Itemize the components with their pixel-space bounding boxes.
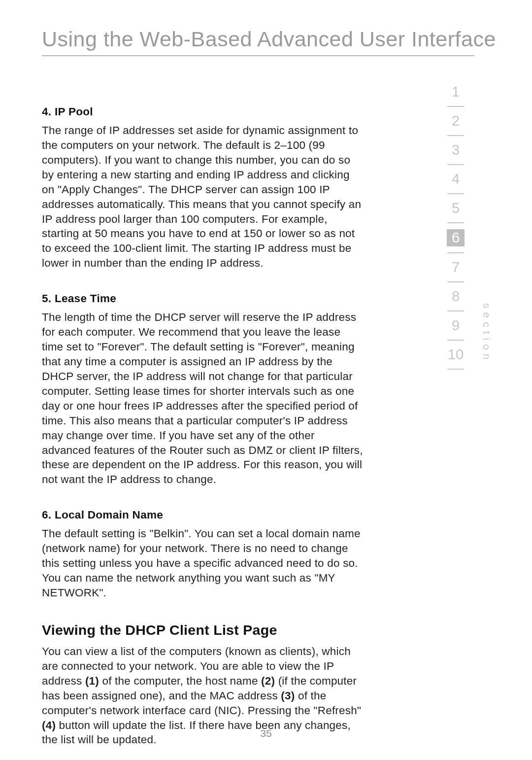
- body-lease-time: The length of time the DHCP server will …: [42, 310, 365, 487]
- section-nav-item-7[interactable]: 7: [447, 259, 465, 276]
- section-nav-item-6-active[interactable]: 6: [447, 229, 465, 246]
- dhcp-ref-2: (2): [261, 675, 275, 687]
- heading-ip-pool: 4. IP Pool: [42, 105, 365, 118]
- nav-separator: [447, 222, 464, 223]
- section-nav-col: 1 2 3 4 5 6 7 8 9 10: [441, 84, 470, 370]
- section-nav-item-3[interactable]: 3: [447, 142, 465, 158]
- nav-separator: [447, 281, 464, 282]
- body-ip-pool: The range of IP addresses set aside for …: [42, 123, 365, 271]
- section-nav-item-5[interactable]: 5: [447, 200, 465, 216]
- heading-lease-time: 5. Lease Time: [42, 292, 365, 305]
- dhcp-ref-3: (3): [281, 690, 295, 702]
- content-area: 4. IP Pool The range of IP addresses set…: [0, 56, 365, 747]
- page-title: Using the Web-Based Advanced User Interf…: [0, 0, 532, 55]
- nav-separator: [447, 135, 464, 136]
- section-nav: 1 2 3 4 5 6 7 8 9 10 section: [441, 84, 498, 370]
- nav-separator: [447, 106, 464, 107]
- page-number: 35: [0, 727, 532, 739]
- nav-separator: [447, 252, 464, 253]
- nav-separator: [447, 369, 464, 370]
- heading-local-domain: 6. Local Domain Name: [42, 509, 365, 521]
- section-nav-item-4[interactable]: 4: [447, 171, 465, 187]
- nav-separator: [447, 311, 464, 311]
- heading-dhcp-client-list: Viewing the DHCP Client List Page: [42, 622, 365, 638]
- dhcp-text-mid1: of the computer, the host name: [99, 675, 261, 687]
- nav-separator: [447, 193, 464, 194]
- section-nav-item-8[interactable]: 8: [447, 288, 465, 305]
- nav-separator: [447, 164, 464, 165]
- section-nav-item-10[interactable]: 10: [447, 346, 465, 363]
- section-nav-item-9[interactable]: 9: [447, 317, 465, 334]
- section-label: section: [481, 303, 493, 364]
- dhcp-ref-1: (1): [85, 675, 99, 687]
- body-local-domain: The default setting is "Belkin". You can…: [42, 526, 365, 600]
- section-nav-item-1[interactable]: 1: [447, 84, 465, 100]
- section-nav-item-2[interactable]: 2: [447, 113, 465, 129]
- nav-separator: [447, 340, 464, 341]
